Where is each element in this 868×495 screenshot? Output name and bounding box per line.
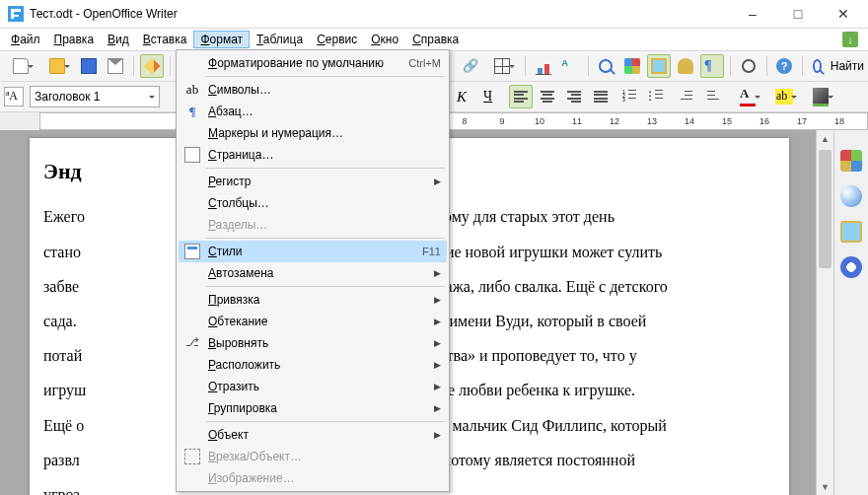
align-left-button[interactable] <box>509 85 533 108</box>
highlight-button[interactable]: ab <box>767 85 801 108</box>
align-center-button[interactable] <box>536 85 559 108</box>
menu-item-регистр[interactable]: Регистр▶ <box>179 171 447 192</box>
extension-update-icon[interactable] <box>842 32 858 47</box>
open-button[interactable] <box>40 54 74 78</box>
new-doc-button[interactable] <box>4 54 37 78</box>
menu-сервис[interactable]: Сервис <box>310 31 364 48</box>
menu-item-группировка[interactable]: Группировка▶ <box>179 397 447 419</box>
menu-item-обтекание[interactable]: Обтекание▶ <box>179 311 447 332</box>
nonprinting-button[interactable]: ¶ <box>700 54 724 78</box>
zoom-button[interactable] <box>737 54 760 78</box>
format-menu: Форматирование по умолчаниюCtrl+MabСимво… <box>176 49 450 492</box>
menu-item-автозамена[interactable]: Автозамена▶ <box>179 262 447 284</box>
font-color-button[interactable]: A <box>731 85 764 108</box>
find-button[interactable] <box>594 54 617 78</box>
align-justify-button[interactable] <box>589 85 613 108</box>
menu-файл[interactable]: Файл <box>4 31 47 48</box>
table-button[interactable] <box>485 54 519 78</box>
menu-item-расположить[interactable]: Расположить▶ <box>179 354 447 376</box>
menu-item-врезка/объект: Врезка/Объект… <box>179 446 447 467</box>
help-button[interactable]: ? <box>772 54 796 78</box>
side-properties-button[interactable] <box>840 150 862 172</box>
show-draw-button[interactable]: A <box>558 54 582 78</box>
menu-справка[interactable]: Справка <box>405 31 466 48</box>
save-button[interactable] <box>77 54 101 78</box>
datasource-button[interactable] <box>674 54 697 78</box>
side-gallery-button[interactable] <box>840 221 862 243</box>
menu-таблица[interactable]: Таблица <box>250 31 310 48</box>
menu-item-изображение: Изображение… <box>179 467 447 489</box>
side-navigator-button[interactable] <box>840 256 862 278</box>
side-styles-button[interactable] <box>840 185 862 207</box>
side-panel <box>833 130 868 495</box>
scroll-down-arrow[interactable]: ▼ <box>817 478 833 495</box>
edit-mode-button[interactable] <box>140 54 164 78</box>
close-button[interactable]: ✕ <box>821 0 866 28</box>
chart-button[interactable] <box>532 54 555 78</box>
menu-item-разделы: Разделы… <box>179 214 447 236</box>
minimize-button[interactable]: – <box>730 0 775 28</box>
gallery-button[interactable] <box>647 54 671 78</box>
find-label[interactable]: Найти <box>831 59 864 73</box>
menu-item-столбцы[interactable]: Столбцы… <box>179 192 447 214</box>
title-bar: Тест.odt - OpenOffice Writer – □ ✕ <box>0 0 868 29</box>
menu-вид[interactable]: Вид <box>101 31 136 48</box>
email-button[interactable] <box>104 54 127 78</box>
scroll-up-arrow[interactable]: ▲ <box>817 130 833 147</box>
find-icon <box>813 59 822 73</box>
menu-item-страница[interactable]: Страница… <box>179 144 447 166</box>
navigator-button[interactable] <box>620 54 644 78</box>
menu-item-стили[interactable]: СтилиF11 <box>179 241 447 262</box>
menu-item-выровнять[interactable]: ⎇Выровнять▶ <box>179 332 447 354</box>
menu-item-привязка[interactable]: Привязка▶ <box>179 289 447 311</box>
paragraph-style-combo[interactable]: Заголовок 1 <box>30 86 160 107</box>
align-right-button[interactable] <box>562 85 586 108</box>
menu-item-маркеры-и-нумерация[interactable]: Маркеры и нумерация… <box>179 122 447 144</box>
menu-item-объект[interactable]: Объект▶ <box>179 424 447 446</box>
bullet-list-button[interactable] <box>645 85 669 108</box>
menu-вставка[interactable]: Вставка <box>136 31 194 48</box>
menu-формат[interactable]: Формат <box>193 31 250 48</box>
menu-item-форматирование-по-умолчанию[interactable]: Форматирование по умолчаниюCtrl+M <box>179 52 447 74</box>
menu-item-абзац[interactable]: ¶Абзац… <box>179 101 447 122</box>
app-icon <box>8 6 24 22</box>
menu-item-отразить[interactable]: Отразить▶ <box>179 376 447 397</box>
menu-правка[interactable]: Правка <box>47 31 102 48</box>
scroll-thumb[interactable] <box>819 150 832 268</box>
decrease-indent-button[interactable] <box>675 85 698 108</box>
menu-bar: ФайлПравкаВидВставкаФорматТаблицаСервисО… <box>0 29 868 50</box>
background-color-button[interactable] <box>804 85 837 108</box>
styles-button[interactable]: ªA <box>4 87 24 106</box>
italic-button[interactable]: К <box>453 85 476 108</box>
numbered-list-button[interactable] <box>618 85 642 108</box>
vertical-scrollbar[interactable]: ▲ ▼ <box>816 130 833 495</box>
maximize-button[interactable]: □ <box>775 0 821 28</box>
menu-item-символы[interactable]: abСимволы… <box>179 79 447 101</box>
menu-окно[interactable]: Окно <box>364 31 405 48</box>
hyperlink-button[interactable]: 🔗 <box>459 54 482 78</box>
window-title: Тест.odt - OpenOffice Writer <box>30 7 178 21</box>
increase-indent-button[interactable] <box>701 85 725 108</box>
underline-button[interactable]: Ч <box>479 85 503 108</box>
